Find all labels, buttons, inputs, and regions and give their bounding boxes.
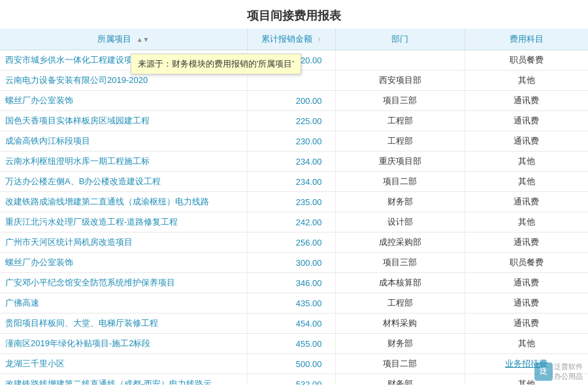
table-row: 国色天香项目实体样板房区域园建工程225.00工程部通讯费: [0, 111, 588, 131]
table-row: 潼南区2019年绿化补贴项目-施工2标段455.00财务部其他: [0, 334, 588, 354]
col-label-type: 费用科目: [510, 34, 544, 44]
cell-type: 通讯费: [465, 131, 588, 152]
cell-type: 职员餐费: [465, 253, 588, 273]
cell-type: 其他: [465, 334, 588, 354]
table-row: 改建铁路线增建第二线直通线（成都-西安）电力线路示532.00财务部其他: [0, 374, 588, 385]
watermark-line1: 泛普软件: [554, 362, 583, 371]
col-header-project[interactable]: 所属项目 ▲▼: [0, 29, 247, 50]
watermark-text: 泛普软件 办公用品: [554, 362, 583, 381]
cell-amount: 234.00: [247, 152, 335, 172]
cell-type: 其他: [465, 71, 588, 91]
cell-project[interactable]: 改建铁路成渝线增建第二直通线（成渝枢纽）电力线路: [0, 192, 247, 212]
cell-project[interactable]: 改建铁路线增建第二线直通线（成都-西安）电力线路示: [0, 374, 247, 385]
cell-amount: 500.00: [247, 354, 335, 374]
table-row: 改建铁路成渝线增建第二直通线（成渝枢纽）电力线路235.00财务部通讯费: [0, 192, 588, 212]
cell-type: 通讯费: [465, 273, 588, 293]
cell-dept: 西安项目部: [335, 71, 465, 91]
cell-type: 通讯费: [465, 314, 588, 334]
cell-amount: 234.00: [247, 172, 335, 192]
sort-icon-amount[interactable]: ↑: [318, 36, 321, 43]
cell-project[interactable]: 国色天香项目实体样板房区域园建工程: [0, 111, 247, 131]
col-label-project: 所属项目: [97, 34, 131, 44]
cell-dept: 财务部: [335, 374, 465, 385]
cell-amount: 454.00: [247, 314, 335, 334]
cell-type: 其他: [465, 172, 588, 192]
table-header-row: 所属项目 ▲▼ 累计报销金额 ↑ 部门 费用科目: [0, 29, 588, 50]
cell-dept: 重庆项目部: [335, 152, 465, 172]
cell-dept: 工程部: [335, 111, 465, 131]
cell-type: 通讯费: [465, 293, 588, 314]
cell-type: 其他: [465, 152, 588, 172]
cell-type: 职员餐费: [465, 50, 588, 71]
cell-project[interactable]: 广州市天河区统计局机房改造项目: [0, 233, 247, 253]
col-label-dept: 部门: [391, 34, 408, 44]
cell-dept: 项目二部: [335, 172, 465, 192]
cell-type: 通讯费: [465, 111, 588, 131]
cell-dept: 工程部: [335, 131, 465, 152]
cell-project[interactable]: 潼南区2019年绿化补贴项目-施工2标段: [0, 334, 247, 354]
cell-project[interactable]: 贵阳项目样板间、大堂、电梯厅装修工程: [0, 314, 247, 334]
cell-project[interactable]: 螺丝厂办公室装饰: [0, 91, 247, 111]
cell-amount: 256.00: [247, 233, 335, 253]
sort-icon-project[interactable]: ▲▼: [137, 36, 150, 43]
cell-dept: 设计部: [335, 212, 465, 233]
cell-project[interactable]: 万达办公楼左侧A、B办公楼改造建设工程: [0, 172, 247, 192]
cell-dept: [335, 50, 465, 71]
cell-dept: 财务部: [335, 334, 465, 354]
cell-amount: 300.00: [247, 253, 335, 273]
table-row: 广佛高速435.00工程部通讯费: [0, 293, 588, 314]
table-wrapper[interactable]: 所属项目 ▲▼ 累计报销金额 ↑ 部门 费用科目 西安市城乡供水一体化工程建设项…: [0, 29, 588, 385]
main-table: 所属项目 ▲▼ 累计报销金额 ↑ 部门 费用科目 西安市城乡供水一体化工程建设项…: [0, 29, 588, 385]
cell-project[interactable]: 螺丝厂办公室装饰: [0, 253, 247, 273]
cell-project[interactable]: 广安邓小平纪念馆安全防范系统维护保养项目: [0, 273, 247, 293]
cell-dept: 成控采购部: [335, 233, 465, 253]
cell-type: 通讯费: [465, 192, 588, 212]
cell-amount: 435.00: [247, 293, 335, 314]
cell-dept: 成本核算部: [335, 273, 465, 293]
table-row: 龙湖三千里小区500.00项目二部业务招待费: [0, 354, 588, 374]
cell-dept: 材料采购: [335, 314, 465, 334]
cell-dept: 项目三部: [335, 253, 465, 273]
cell-project[interactable]: 龙湖三千里小区: [0, 354, 247, 374]
tooltip-box: 来源于：财务模块的费用报销的'所属项目': [131, 54, 301, 74]
cell-type: 通讯费: [465, 91, 588, 111]
cell-dept: 项目二部: [335, 354, 465, 374]
cell-amount: 346.00: [247, 273, 335, 293]
col-header-dept: 部门: [335, 29, 465, 50]
cell-amount: 242.00: [247, 212, 335, 233]
table-row: 贵阳项目样板间、大堂、电梯厅装修工程454.00材料采购通讯费: [0, 314, 588, 334]
page-title: 项目间接费用报表: [0, 0, 588, 29]
cell-type: 通讯费: [465, 233, 588, 253]
table-row: 云南水利枢纽澄明水库一期工程施工标234.00重庆项目部其他: [0, 152, 588, 172]
cell-dept: 项目三部: [335, 91, 465, 111]
table-row: 重庆江北污水处理厂级改造工程-道路修复工程242.00设计部其他: [0, 212, 588, 233]
cell-project[interactable]: 云南水利枢纽澄明水库一期工程施工标: [0, 152, 247, 172]
cell-project[interactable]: 广佛高速: [0, 293, 247, 314]
cell-type: 其他: [465, 212, 588, 233]
col-header-type: 费用科目: [465, 29, 588, 50]
cell-amount: 225.00: [247, 111, 335, 131]
cell-amount: 532.00: [247, 374, 335, 385]
table-row: 广安邓小平纪念馆安全防范系统维护保养项目346.00成本核算部通讯费: [0, 273, 588, 293]
cell-amount: 235.00: [247, 192, 335, 212]
cell-amount: 455.00: [247, 334, 335, 354]
watermark-logo: 泛: [534, 362, 553, 381]
cell-dept: 财务部: [335, 192, 465, 212]
cell-project[interactable]: 成渝高铁内江标段项目: [0, 131, 247, 152]
watermark: 泛 泛普软件 办公用品: [534, 362, 583, 381]
cell-project[interactable]: 重庆江北污水处理厂级改造工程-道路修复工程: [0, 212, 247, 233]
table-row: 广州市天河区统计局机房改造项目256.00成控采购部通讯费: [0, 233, 588, 253]
cell-amount: 230.00: [247, 131, 335, 152]
cell-dept: 工程部: [335, 293, 465, 314]
table-row: 螺丝厂办公室装饰300.00项目三部职员餐费: [0, 253, 588, 273]
watermark-line2: 办公用品: [554, 372, 583, 381]
table-row: 成渝高铁内江标段项目230.00工程部通讯费: [0, 131, 588, 152]
col-header-amount[interactable]: 累计报销金额 ↑: [247, 29, 335, 50]
table-row: 螺丝厂办公室装饰200.00项目三部通讯费: [0, 91, 588, 111]
col-label-amount: 累计报销金额: [261, 34, 312, 44]
cell-amount: 200.00: [247, 91, 335, 111]
table-row: 万达办公楼左侧A、B办公楼改造建设工程234.00项目二部其他: [0, 172, 588, 192]
